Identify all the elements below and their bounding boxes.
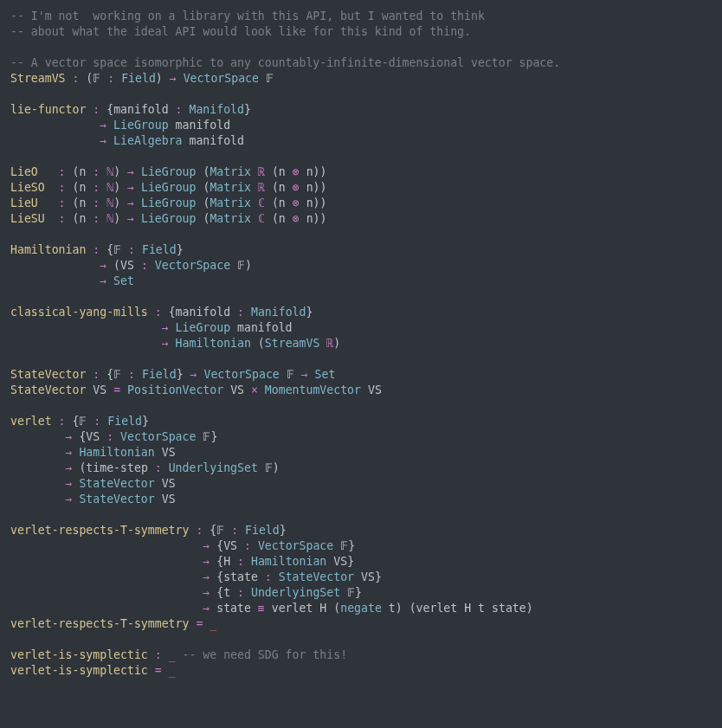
hole-icon: _ [169, 648, 176, 661]
def-vis-sig: verlet-is-symplectic [10, 648, 148, 661]
def-lieo: LieO [10, 165, 38, 178]
comment-line: -- A vector space isomorphic to any coun… [10, 56, 560, 69]
def-cym: classical-yang-mills [10, 306, 148, 319]
def-lie-functor: lie-functor [10, 103, 86, 116]
def-vis-body: verlet-is-symplectic [10, 664, 148, 677]
def-lieso: LieSO [10, 181, 45, 194]
comment-line: -- about what the ideal API would look l… [10, 25, 471, 38]
def-verlet: verlet [10, 415, 52, 428]
def-lieu: LieU [10, 196, 38, 209]
code-editor: -- I'm not working on a library with thi… [10, 9, 712, 679]
def-statevector-sig: StateVector [10, 368, 86, 381]
def-statevector-body: StateVector [10, 383, 86, 396]
hole-icon: _ [210, 617, 216, 630]
def-vrts-sig: verlet-respects-T-symmetry [10, 524, 189, 537]
def-hamiltonian: Hamiltonian [10, 243, 86, 256]
def-liesu: LieSU [10, 212, 45, 225]
def-streamvs: StreamVS [10, 72, 66, 85]
comment-line: -- we need SDG for this! [176, 648, 348, 661]
def-vrts-body: verlet-respects-T-symmetry [10, 617, 189, 630]
hole-icon: _ [169, 664, 176, 677]
comment-line: -- I'm not working on a library with thi… [10, 10, 485, 23]
